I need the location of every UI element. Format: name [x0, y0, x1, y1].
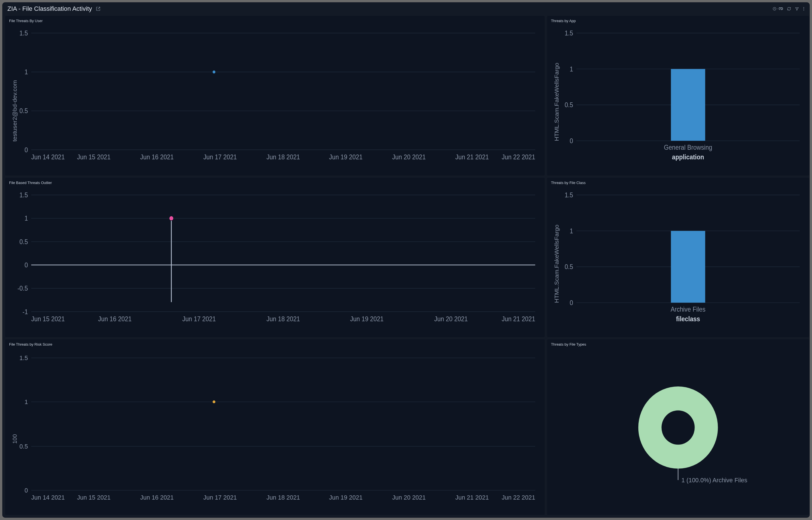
- svg-rect-32: [671, 69, 705, 140]
- panel-title: Threats by File Class: [551, 181, 805, 185]
- svg-text:application: application: [672, 153, 704, 161]
- svg-text:1: 1: [24, 215, 28, 222]
- svg-rect-66: [671, 231, 705, 303]
- panel-title: File Threats By User: [9, 19, 541, 23]
- panel-threats-by-app: Threats by App 0 0.5 1 1.5 HTML.Scam.Fak…: [547, 16, 809, 176]
- svg-text:Jun 17 2021: Jun 17 2021: [203, 494, 237, 501]
- svg-text:1: 1: [24, 398, 28, 406]
- svg-text:1.5: 1.5: [20, 29, 28, 37]
- page-title: ZIA - File Classification Activity: [7, 5, 92, 12]
- svg-text:testuser2@bd-dev.com: testuser2@bd-dev.com: [12, 80, 18, 142]
- svg-text:1 (100.0%) Archive Files: 1 (100.0%) Archive Files: [682, 477, 747, 484]
- svg-text:Jun 16 2021: Jun 16 2021: [98, 315, 132, 323]
- svg-text:0: 0: [570, 299, 573, 307]
- svg-text:Jun 20 2021: Jun 20 2021: [392, 153, 425, 161]
- svg-text:General Browsing: General Browsing: [664, 144, 712, 151]
- clock-icon: [772, 7, 777, 11]
- svg-point-2: [804, 8, 804, 9]
- svg-text:Jun 18 2021: Jun 18 2021: [266, 494, 300, 501]
- svg-text:Jun 15 2021: Jun 15 2021: [77, 153, 110, 161]
- panel-threats-by-file-class: Threats by File Class 0 0.5 1 1.5 HTML.S…: [547, 178, 809, 337]
- svg-text:Jun 17 2021: Jun 17 2021: [203, 153, 237, 161]
- svg-text:Jun 22 2021: Jun 22 2021: [501, 153, 535, 161]
- panel-title: File Based Threats Outlier: [9, 181, 541, 185]
- svg-text:1: 1: [24, 69, 28, 76]
- svg-text:Jun 15 2021: Jun 15 2021: [31, 315, 65, 323]
- app-window: ZIA - File Classification Activity -7D: [2, 2, 810, 518]
- svg-text:Jun 15 2021: Jun 15 2021: [77, 494, 110, 501]
- svg-text:0: 0: [570, 137, 573, 145]
- chart-threats-by-app[interactable]: 0 0.5 1 1.5 HTML.Scam.FakeWellsFargo Gen…: [551, 24, 805, 174]
- svg-text:Jun 16 2021: Jun 16 2021: [140, 153, 174, 161]
- svg-text:0.5: 0.5: [565, 102, 573, 109]
- svg-text:Jun 20 2021: Jun 20 2021: [434, 315, 468, 323]
- filter-icon[interactable]: [795, 7, 799, 11]
- panel-file-based-threats-outlier: File Based Threats Outlier -1 -0.5 0 0.5…: [5, 178, 545, 337]
- svg-text:Jun 18 2021: Jun 18 2021: [266, 315, 300, 323]
- svg-text:0: 0: [24, 146, 28, 154]
- svg-text:0.5: 0.5: [20, 107, 28, 115]
- dashboard-grid: File Threats By User 0 0.5 1 1.5 testuse…: [2, 14, 810, 518]
- svg-text:0: 0: [24, 261, 28, 269]
- panel-threats-by-file-types: Threats by File Types 1 (100.0%) Archive…: [547, 339, 809, 515]
- svg-text:HTML.Scam.FakeWellsFargo: HTML.Scam.FakeWellsFargo: [554, 63, 560, 141]
- time-range-picker[interactable]: -7D: [772, 7, 783, 11]
- refresh-icon[interactable]: [787, 7, 791, 11]
- svg-text:Jun 14 2021: Jun 14 2021: [31, 153, 65, 161]
- svg-point-56: [169, 216, 173, 220]
- svg-text:0.5: 0.5: [20, 238, 28, 245]
- more-icon[interactable]: [803, 7, 805, 11]
- panel-file-threats-by-user: File Threats By User 0 0.5 1 1.5 testuse…: [5, 16, 545, 176]
- svg-text:HTML.Scam.FakeWellsFargo: HTML.Scam.FakeWellsFargo: [554, 225, 560, 303]
- svg-text:Jun 14 2021: Jun 14 2021: [31, 494, 65, 501]
- svg-text:Jun 19 2021: Jun 19 2021: [329, 153, 363, 161]
- svg-text:1.5: 1.5: [20, 191, 28, 199]
- svg-text:-0.5: -0.5: [17, 285, 28, 292]
- svg-text:1: 1: [570, 66, 573, 73]
- chart-threats-by-file-types[interactable]: 1 (100.0%) Archive Files: [551, 347, 805, 513]
- svg-point-3: [804, 10, 804, 10]
- svg-text:Archive Files: Archive Files: [671, 306, 706, 313]
- panel-title: Threats by File Types: [551, 342, 805, 346]
- top-bar: ZIA - File Classification Activity -7D: [2, 2, 810, 14]
- svg-text:Jun 19 2021: Jun 19 2021: [350, 315, 384, 323]
- time-range-value: -7D: [778, 7, 783, 11]
- chart-threats-by-file-class[interactable]: 0 0.5 1 1.5 HTML.Scam.FakeWellsFargo Arc…: [551, 186, 805, 336]
- svg-text:1.5: 1.5: [20, 355, 28, 362]
- svg-text:Jun 21 2021: Jun 21 2021: [501, 315, 535, 323]
- svg-text:0.5: 0.5: [20, 443, 28, 450]
- svg-point-89: [661, 411, 694, 445]
- chart-file-threats-by-user[interactable]: 0 0.5 1 1.5 testuser2@bd-dev.com Jun 14 …: [9, 24, 541, 174]
- panel-title: File Threats by Risk Score: [9, 342, 541, 346]
- svg-text:Jun 17 2021: Jun 17 2021: [182, 315, 216, 323]
- svg-point-22: [213, 71, 215, 74]
- svg-point-87: [213, 400, 215, 403]
- share-icon[interactable]: [96, 6, 100, 11]
- svg-text:1.5: 1.5: [565, 29, 573, 37]
- svg-text:Jun 20 2021: Jun 20 2021: [392, 494, 425, 501]
- chart-file-threats-by-risk-score[interactable]: 0 0.5 1 1.5 100 Jun 14 2021 Jun 15 2021 …: [9, 347, 541, 513]
- svg-text:Jun 19 2021: Jun 19 2021: [329, 494, 363, 501]
- svg-text:Jun 16 2021: Jun 16 2021: [140, 494, 174, 501]
- svg-point-1: [804, 7, 804, 8]
- svg-text:0: 0: [24, 487, 28, 494]
- svg-text:Jun 21 2021: Jun 21 2021: [456, 153, 489, 161]
- svg-text:Jun 18 2021: Jun 18 2021: [266, 153, 300, 161]
- svg-text:-1: -1: [22, 308, 28, 315]
- svg-text:fileclass: fileclass: [676, 315, 700, 323]
- panel-file-threats-by-risk-score: File Threats by Risk Score 0 0.5 1 1.5 1…: [5, 339, 545, 515]
- svg-text:1: 1: [570, 227, 573, 235]
- top-bar-right: -7D: [772, 7, 805, 11]
- panel-title: Threats by App: [551, 19, 805, 23]
- chart-file-based-threats-outlier[interactable]: -1 -0.5 0 0.5 1 1.5 Jun 15 2021 Jun 16 2…: [9, 186, 541, 336]
- svg-text:100: 100: [12, 434, 18, 444]
- svg-text:Jun 22 2021: Jun 22 2021: [501, 494, 535, 501]
- svg-text:1.5: 1.5: [565, 191, 573, 199]
- svg-text:0.5: 0.5: [565, 263, 573, 270]
- svg-text:Jun 21 2021: Jun 21 2021: [456, 494, 489, 501]
